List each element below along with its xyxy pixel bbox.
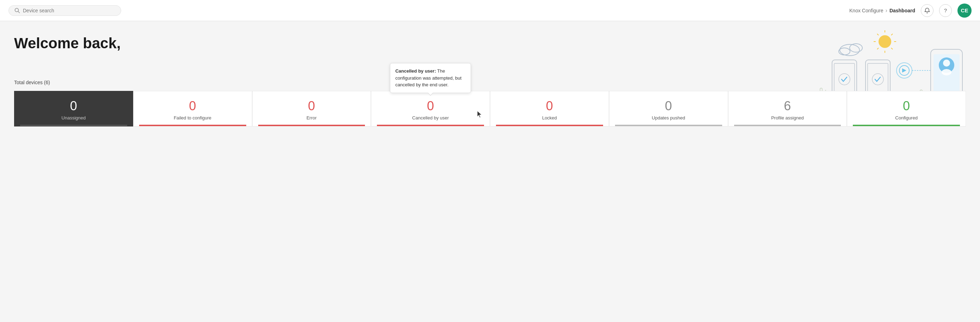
card-label: Error	[307, 115, 317, 121]
card-label: Failed to configure	[173, 115, 212, 121]
card-bar	[853, 125, 960, 126]
device-status-card[interactable]: 0 Unassigned	[14, 91, 133, 126]
svg-point-28	[943, 59, 950, 67]
card-label: Cancelled by user	[412, 115, 449, 121]
breadcrumb-parent: Knox Configure	[849, 8, 883, 13]
device-status-card[interactable]: 6 Profile assigned	[728, 91, 847, 126]
svg-point-20	[872, 73, 883, 85]
card-number: 6	[784, 100, 791, 112]
breadcrumb: Knox Configure › Dashboard	[849, 7, 915, 14]
device-status-card[interactable]: 0 Error	[252, 91, 371, 126]
header-right: Knox Configure › Dashboard ? CE	[849, 3, 972, 18]
notifications-button[interactable]	[921, 4, 934, 17]
tooltip-title: Cancelled by user:	[395, 69, 436, 73]
card-number: 0	[70, 100, 77, 112]
svg-line-1	[18, 11, 20, 13]
card-bar	[734, 125, 841, 126]
breadcrumb-separator: ›	[886, 7, 887, 14]
card-number: 0	[308, 100, 315, 112]
svg-point-12	[850, 44, 862, 52]
card-bar	[496, 125, 603, 126]
bell-icon	[924, 7, 930, 14]
svg-point-16	[839, 73, 850, 85]
device-status-card[interactable]: 0 Configured	[847, 91, 966, 126]
mouse-cursor	[477, 111, 483, 119]
device-status-card[interactable]: Cancelled by user: The configuration was…	[371, 91, 490, 126]
card-number: 0	[189, 100, 196, 112]
card-number: 0	[665, 100, 672, 112]
tooltip-box: Cancelled by user: The configuration was…	[390, 63, 471, 93]
header: Knox Configure › Dashboard ? CE	[0, 0, 980, 21]
card-label: Updates pushed	[652, 115, 685, 121]
breadcrumb-current: Dashboard	[889, 8, 915, 13]
svg-line-7	[877, 34, 878, 35]
svg-point-29	[942, 69, 951, 75]
card-bar	[377, 125, 484, 126]
svg-rect-19	[868, 64, 888, 92]
device-status-card[interactable]: 0 Failed to configure	[133, 91, 252, 126]
svg-point-2	[878, 35, 891, 48]
search-input[interactable]	[23, 8, 115, 13]
svg-rect-15	[834, 64, 854, 92]
cards-row: 0 Unassigned 0 Failed to configure 0 Err…	[14, 91, 966, 126]
svg-line-10	[877, 48, 878, 49]
card-bar	[20, 125, 127, 126]
question-icon: ?	[944, 7, 947, 13]
card-bar	[139, 125, 246, 126]
card-label: Locked	[542, 115, 557, 121]
device-status-card[interactable]: 0 Updates pushed	[609, 91, 728, 126]
search-wrapper[interactable]	[8, 5, 121, 16]
card-label: Profile assigned	[771, 115, 804, 121]
tooltip-arrow	[428, 93, 433, 96]
card-number: 0	[427, 100, 434, 112]
device-status-card[interactable]: 0 Locked	[490, 91, 609, 126]
card-bar	[615, 125, 722, 126]
card-number: 0	[903, 100, 910, 112]
svg-line-8	[891, 48, 892, 49]
tooltip: Cancelled by user: The configuration was…	[390, 63, 471, 96]
card-label: Configured	[895, 115, 918, 121]
avatar[interactable]: CE	[958, 3, 972, 18]
search-icon	[14, 8, 20, 13]
help-button[interactable]: ?	[939, 4, 952, 17]
card-label: Unassigned	[62, 115, 86, 121]
card-bar	[258, 125, 365, 126]
card-number: 0	[546, 100, 553, 112]
main-content: Welcome back,	[0, 21, 980, 126]
avatar-initials: CE	[961, 7, 968, 13]
svg-line-9	[891, 34, 892, 35]
